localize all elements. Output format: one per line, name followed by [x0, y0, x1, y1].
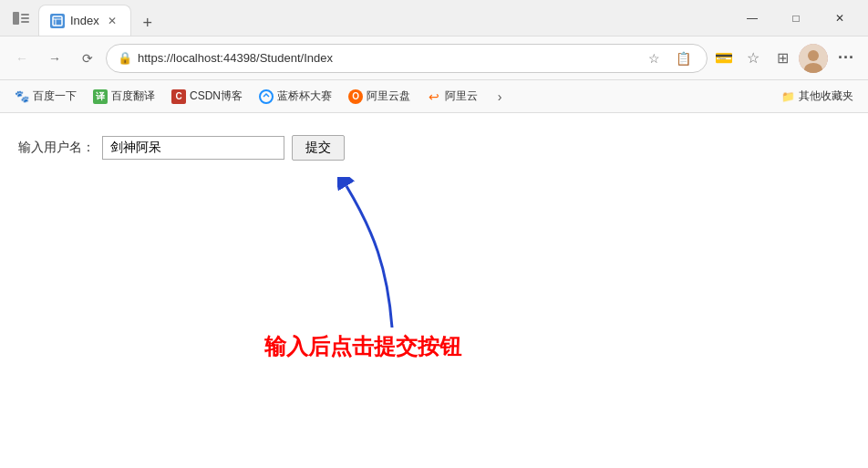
restore-button[interactable]: □ [775, 4, 817, 33]
username-label: 输入用户名： [18, 140, 95, 156]
tab-favicon [50, 14, 65, 28]
address-icons: ☆ 📋 [641, 46, 696, 71]
page-content: 输入用户名： 提交 输入后点击提交按钮 [0, 113, 868, 468]
submit-button[interactable]: 提交 [292, 135, 345, 161]
svg-rect-1 [21, 14, 29, 16]
browser-wallet-icon[interactable]: 💳 [711, 46, 737, 71]
tab-bar: Index ✕ + [38, 0, 731, 36]
bookmark-aliyun[interactable]: ↩ 阿里云 [419, 85, 485, 108]
baidu-icon: 🐾 [15, 89, 29, 104]
bookmark-aliyun-label: 阿里云 [445, 88, 478, 104]
aliyun-disk-icon: O [348, 89, 363, 104]
favorites-star-icon[interactable]: ☆ [740, 46, 766, 71]
address-bar[interactable]: 🔒 ☆ 📋 [106, 44, 708, 73]
bookmark-lanqiao-label: 蓝桥杯大赛 [277, 88, 332, 104]
bookmarks-more-button[interactable]: › [487, 84, 512, 109]
window-controls: — □ ✕ [731, 4, 861, 33]
settings-more-button[interactable]: ··· [832, 44, 861, 73]
minimize-button[interactable]: — [731, 4, 773, 33]
bookmark-translate[interactable]: 译 百度翻译 [86, 85, 162, 108]
aliyun-icon: ↩ [427, 89, 441, 104]
back-button[interactable]: ← [7, 44, 36, 73]
svg-rect-3 [21, 21, 29, 23]
bookmark-baidu-label: 百度一下 [33, 88, 77, 104]
url-input[interactable] [138, 51, 636, 65]
bookmark-csdn[interactable]: C CSDN博客 [164, 85, 250, 108]
csdn-icon: C [171, 89, 186, 104]
arrow-svg [337, 177, 429, 332]
titlebar: Index ✕ + — □ ✕ [0, 0, 868, 36]
bookmark-baidu[interactable]: 🐾 百度一下 [7, 85, 84, 108]
refresh-button[interactable]: ⟳ [73, 44, 102, 73]
collections-board-icon[interactable]: ⊞ [770, 46, 795, 71]
bookmark-aliyun-disk[interactable]: O 阿里云盘 [341, 85, 418, 108]
close-button[interactable]: ✕ [819, 4, 861, 33]
favorites-icon[interactable]: ☆ [641, 46, 666, 71]
new-tab-button[interactable]: + [135, 10, 160, 36]
bookmark-aliyun-disk-label: 阿里云盘 [367, 88, 410, 104]
bookmarks-folder-label: 其他收藏夹 [799, 88, 853, 104]
forward-button[interactable]: → [40, 44, 69, 73]
tab-title: Index [70, 14, 99, 27]
svg-rect-0 [13, 12, 19, 25]
bookmarks-folder[interactable]: 📁 其他收藏夹 [774, 85, 861, 108]
lanqiao-icon [259, 89, 274, 104]
bookmark-translate-label: 百度翻译 [111, 88, 155, 104]
tab-index[interactable]: Index ✕ [38, 5, 131, 36]
translate-icon: 译 [93, 89, 108, 104]
addressbar: ← → ⟳ 🔒 ☆ 📋 💳 ☆ ⊞ ··· [0, 36, 868, 80]
svg-rect-4 [53, 16, 62, 26]
username-input[interactable] [102, 136, 284, 160]
svg-point-10 [260, 90, 273, 103]
username-form-row: 输入用户名： 提交 [18, 135, 850, 161]
bookmark-csdn-label: CSDN博客 [190, 88, 243, 104]
annotation-text: 输入后点击提交按钮 [264, 332, 461, 361]
profile-button[interactable] [799, 44, 828, 73]
svg-point-8 [808, 50, 819, 61]
tab-close-button[interactable]: ✕ [105, 14, 119, 28]
folder-icon: 📁 [781, 90, 795, 103]
svg-rect-2 [21, 17, 29, 19]
profile-avatar [799, 44, 828, 73]
sidebar-toggle-button[interactable] [7, 5, 35, 32]
security-lock-icon: 🔒 [118, 51, 132, 65]
bookmarks-bar: 🐾 百度一下 译 百度翻译 C CSDN博客 蓝桥杯大赛 O 阿里云盘 ↩ 阿里… [0, 80, 868, 113]
bookmark-lanqiao[interactable]: 蓝桥杯大赛 [252, 85, 339, 108]
collections-icon[interactable]: 📋 [670, 46, 696, 71]
